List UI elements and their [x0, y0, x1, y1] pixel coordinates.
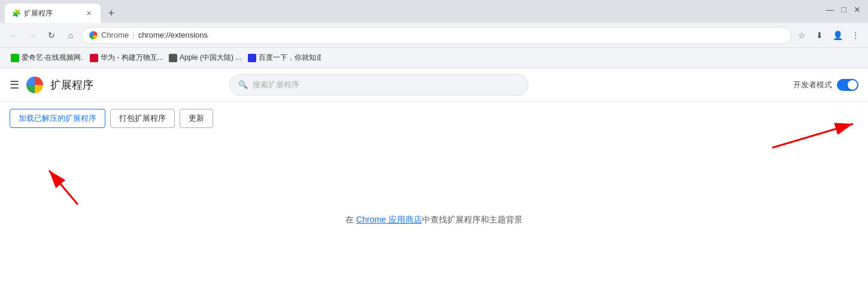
chrome-scheme-label: Chrome — [101, 30, 129, 39]
active-tab[interactable]: 🧩 扩展程序 ✕ — [5, 4, 101, 23]
bookmarks-bar: 爱奇艺·在线视频网... 华为 - 构建万物互... Apple (中国大陆) … — [0, 48, 868, 68]
search-input[interactable]: 🔍 搜索扩展程序 — [229, 74, 529, 96]
search-bar: 🔍 搜索扩展程序 — [229, 74, 529, 96]
page-title: 扩展程序 — [50, 78, 93, 92]
profile-icon[interactable]: 👤 — [830, 28, 845, 43]
close-window-button[interactable]: ✕ — [851, 4, 863, 16]
page-wrapper: ☰ 扩展程序 🔍 搜索扩展程序 开发者模式 加载已解压的扩展程序 打包扩展程序 — [0, 68, 868, 305]
search-placeholder: 搜索扩展程序 — [253, 80, 299, 90]
new-tab-button[interactable]: + — [103, 5, 120, 22]
bookmark-favicon-apple — [169, 54, 177, 62]
search-icon: 🔍 — [238, 80, 248, 89]
chrome-store-link[interactable]: Chrome 应用商店 — [356, 215, 422, 225]
bookmark-label-iqiyi: 爱奇艺·在线视频网... — [22, 53, 84, 63]
address-separator: | — [132, 30, 134, 39]
chrome-logo — [26, 77, 43, 93]
bookmark-item-huawei[interactable]: 华为 - 构建万物互... — [85, 50, 163, 65]
sidebar-menu-icon[interactable]: ☰ — [10, 78, 19, 92]
tab-close-button[interactable]: ✕ — [84, 8, 93, 18]
dev-mode-label: 开发者模式 — [793, 80, 832, 90]
home-button[interactable]: ⌂ — [62, 27, 79, 44]
download-icon[interactable]: ⬇ — [812, 28, 827, 43]
extensions-toolbar: 加载已解压的扩展程序 打包扩展程序 更新 — [0, 102, 868, 135]
bookmark-favicon-baidu — [248, 54, 256, 62]
update-button[interactable]: 更新 — [180, 109, 213, 128]
forward-button[interactable]: → — [24, 27, 41, 44]
bookmark-label-baidu: 百度一下，你就知道 — [259, 53, 321, 63]
empty-state-prefix: 在 — [345, 215, 354, 225]
address-bar-actions: ☆ ⬇ 👤 ⋮ — [794, 28, 863, 43]
bookmark-item-apple[interactable]: Apple (中国大陆) ... — [164, 50, 242, 65]
chrome-logo-small — [89, 31, 98, 39]
maximize-button[interactable]: □ — [839, 4, 849, 16]
empty-state: 在 Chrome 应用商店 中查找扩展程序和主题背景 — [0, 135, 868, 305]
pack-extension-button[interactable]: 打包扩展程序 — [110, 109, 175, 128]
reload-button[interactable]: ↻ — [43, 27, 60, 44]
more-menu-icon[interactable]: ⋮ — [848, 28, 863, 43]
tab-favicon: 🧩 — [12, 9, 20, 17]
bookmark-label-apple: Apple (中国大陆) ... — [180, 53, 241, 63]
dev-mode-toggle[interactable] — [837, 79, 858, 91]
bookmark-item-baidu[interactable]: 百度一下，你就知道 — [243, 50, 321, 65]
bookmark-item-iqiyi[interactable]: 爱奇艺·在线视频网... — [6, 50, 84, 65]
empty-state-suffix: 中查找扩展程序和主题背景 — [422, 215, 523, 225]
load-unpacked-button[interactable]: 加载已解压的扩展程序 — [10, 109, 105, 128]
extensions-page: ☰ 扩展程序 🔍 搜索扩展程序 开发者模式 加载已解压的扩展程序 打包扩展程序 — [0, 68, 868, 305]
dev-mode-section: 开发者模式 — [793, 79, 858, 91]
address-bar: ← → ↻ ⌂ Chrome | chrome://extensions ☆ ⬇… — [0, 23, 868, 48]
bookmark-favicon-iqiyi — [11, 54, 19, 62]
extensions-header: ☰ 扩展程序 🔍 搜索扩展程序 开发者模式 — [0, 68, 868, 102]
url-text: chrome://extensions — [138, 30, 208, 39]
bookmark-star-icon[interactable]: ☆ — [794, 28, 809, 43]
back-button[interactable]: ← — [5, 27, 22, 44]
minimize-button[interactable]: — — [824, 4, 837, 16]
bookmark-label-huawei: 华为 - 构建万物互... — [101, 53, 163, 63]
url-input[interactable]: Chrome | chrome://extensions — [81, 27, 791, 44]
tab-title: 扩展程序 — [24, 8, 80, 19]
bookmark-favicon-huawei — [90, 54, 98, 62]
